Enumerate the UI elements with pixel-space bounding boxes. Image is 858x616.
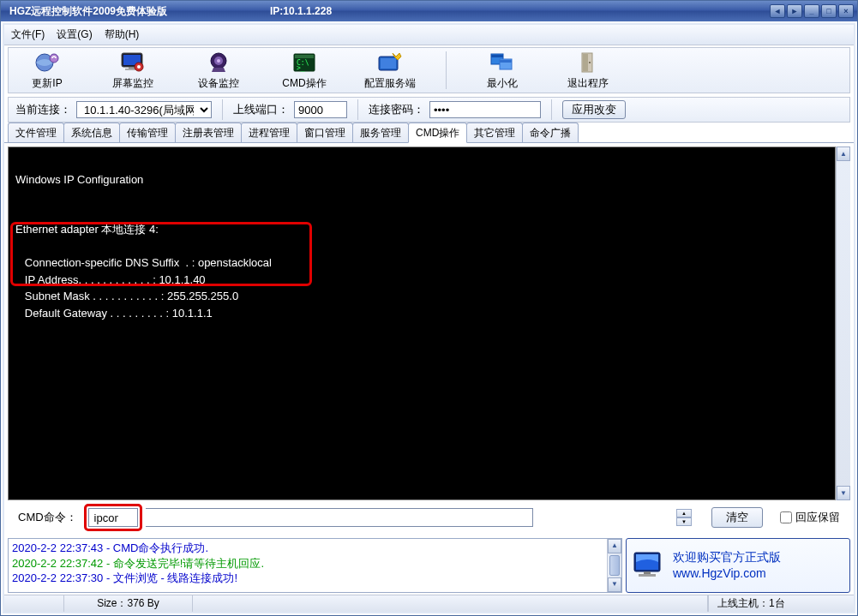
window-title: HGZ远程控制软件2009免费体验版 (9, 4, 167, 19)
cmd-input[interactable] (88, 508, 138, 527)
tab-6[interactable]: 服务管理 (352, 123, 409, 142)
log-line: 2020-2-2 22:37:43 - CMD命令执行成功. (12, 541, 618, 556)
windows-minimize-icon (489, 51, 516, 75)
spin-down-icon[interactable]: ▼ (676, 517, 692, 526)
monitor-icon (119, 51, 147, 75)
screen-monitor-button[interactable]: 屏幕监控 (99, 51, 166, 91)
connection-bar: 当前连接： 10.1.1.40-3296(局域网) 上线端口： 连接密码： 应用… (8, 97, 850, 123)
cmd-input-extended[interactable] (146, 508, 533, 527)
spin-up-icon[interactable]: ▲ (676, 509, 692, 517)
current-conn-select[interactable]: 10.1.1.40-3296(局域网) (76, 101, 212, 118)
tab-7[interactable]: CMD操作 (408, 123, 467, 143)
keep-reply-checkbox-label[interactable]: 回应保留 (780, 510, 840, 525)
log-scrollbar[interactable]: ▲ ▼ (607, 539, 621, 592)
cmd-input-spinner[interactable]: ▲ ▼ (676, 509, 692, 526)
minimize-icon[interactable]: _ (804, 4, 819, 18)
cmd-input-label: CMD命令： (18, 510, 77, 525)
menu-settings[interactable]: 设置(G) (57, 27, 92, 42)
svg-rect-19 (491, 55, 503, 57)
svg-rect-20 (500, 60, 512, 63)
tab-3[interactable]: 注册表管理 (175, 123, 242, 142)
scroll-up-icon[interactable]: ▲ (608, 539, 621, 553)
window-ip: IP:10.1.1.228 (270, 5, 332, 17)
tab-0[interactable]: 文件管理 (8, 123, 64, 142)
apply-button[interactable]: 应用改变 (562, 100, 626, 119)
exit-button[interactable]: 退出程序 (555, 51, 621, 91)
conn-pwd-input[interactable] (429, 101, 541, 118)
webcam-icon (205, 51, 232, 75)
promo-line2: www.HgzVip.com (673, 565, 781, 582)
menubar: 文件(F) 设置(G) 帮助(H) (4, 25, 854, 45)
svg-rect-22 (583, 54, 588, 71)
promo-monitor-icon (632, 550, 666, 581)
status-size: Size：376 By (64, 595, 193, 612)
tab-4[interactable]: 进程管理 (241, 123, 297, 142)
svg-rect-26 (644, 571, 651, 574)
door-exit-icon (574, 51, 602, 75)
tab-8[interactable]: 其它管理 (466, 123, 523, 142)
scroll-down-icon[interactable]: ▼ (837, 486, 850, 500)
tab-9[interactable]: 命令广播 (522, 123, 579, 142)
statusbar: Size：376 By 上线主机：1台 (4, 595, 854, 612)
config-server-button[interactable]: 配置服务端 (357, 51, 423, 91)
highlight-box (10, 222, 312, 286)
svg-text:>_: >_ (297, 64, 305, 72)
tabbar: 文件管理系统信息传输管理注册表管理进程管理窗口管理服务管理CMD操作其它管理命令… (4, 124, 854, 143)
titlebar: HGZ远程控制软件2009免费体验版 IP:10.1.1.228 ◄ ► _ □… (1, 1, 857, 21)
device-monitor-button[interactable]: 设备监控 (185, 51, 252, 91)
log-line: 2020-2-2 22:37:30 - 文件浏览 - 线路连接成功! (12, 571, 618, 586)
cmd-input-highlight (84, 504, 142, 531)
online-port-label: 上线端口： (233, 102, 289, 117)
arrow-left-icon[interactable]: ◄ (770, 4, 785, 18)
cmd-output: Windows IP Configuration Ethernet adapte… (8, 147, 836, 500)
current-conn-label: 当前连接： (15, 102, 71, 117)
maximize-icon[interactable]: □ (821, 4, 837, 18)
svg-rect-16 (381, 58, 396, 69)
tab-2[interactable]: 传输管理 (119, 123, 176, 142)
keep-reply-checkbox[interactable] (780, 511, 792, 523)
conn-pwd-label: 连接密码： (369, 102, 424, 117)
menu-file[interactable]: 文件(F) (11, 27, 45, 42)
promo-line1: 欢迎购买官方正式版 (673, 549, 781, 565)
scroll-thumb[interactable] (609, 555, 620, 576)
arrow-right-icon[interactable]: ► (787, 4, 802, 18)
svg-point-10 (217, 59, 220, 63)
online-port-input[interactable] (294, 101, 347, 118)
menu-help[interactable]: 帮助(H) (105, 27, 140, 42)
terminal-icon: C:\>_ (291, 51, 318, 75)
svg-point-7 (137, 65, 141, 69)
scroll-up-icon[interactable]: ▲ (837, 147, 850, 161)
update-ip-button[interactable]: 更新IP (14, 51, 81, 91)
scroll-down-icon[interactable]: ▼ (608, 577, 621, 592)
tab-1[interactable]: 系统信息 (63, 123, 120, 142)
status-host: 上线主机：1台 (708, 595, 854, 612)
cmd-ops-button[interactable]: C:\>_ CMD操作 (271, 51, 338, 91)
globe-refresh-icon (33, 51, 61, 75)
svg-point-23 (589, 62, 591, 63)
svg-point-1 (50, 54, 58, 63)
clear-button[interactable]: 清空 (711, 507, 763, 528)
close-icon[interactable]: × (838, 4, 854, 18)
log-panel: 2020-2-2 22:37:43 - CMD命令执行成功. 2020-2-2 … (8, 538, 622, 593)
svg-rect-12 (295, 55, 314, 58)
tab-5[interactable]: 窗口管理 (297, 123, 353, 142)
config-icon (376, 51, 404, 75)
cmd-input-row: CMD命令： ▲ ▼ 清空 回应保留 (8, 500, 850, 535)
minimize-button[interactable]: 最小化 (469, 51, 536, 91)
promo-panel[interactable]: 欢迎购买官方正式版 www.HgzVip.com (626, 538, 850, 593)
cmd-scrollbar[interactable]: ▲ ▼ (836, 147, 850, 500)
svg-rect-27 (639, 574, 656, 577)
toolbar: 更新IP 屏幕监控 设备监控 C:\>_ CMD操作 (8, 47, 850, 93)
log-line: 2020-2-2 22:37:42 - 命令发送完毕!请等待主机回应. (12, 556, 618, 571)
